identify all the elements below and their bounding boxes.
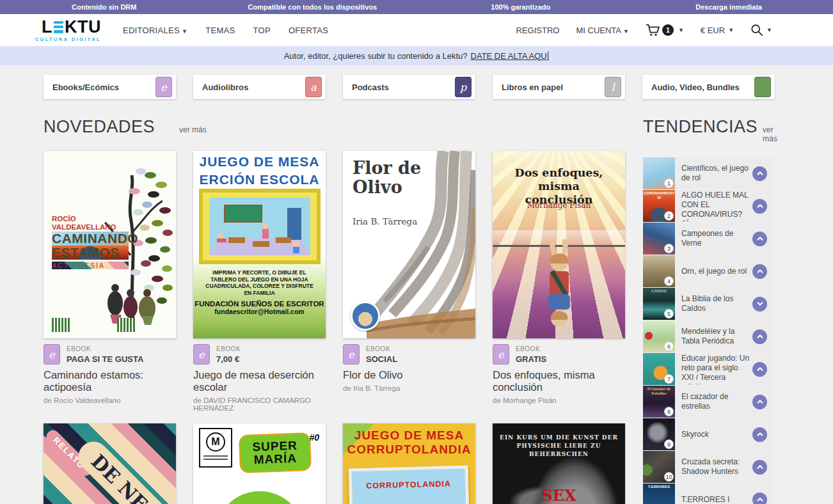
trend-item[interactable]: 9 Skyrock <box>643 418 773 450</box>
cover-author-text: Iria B. Tàrrega <box>353 216 417 226</box>
book-cover-flor-olivo[interactable]: Flor de Olivo Iria B. Tàrrega <box>343 151 475 338</box>
novedades-grid-row2: RELATO DE NEÓN OMERO M SUPER MARÍA #0 JU… <box>44 423 625 504</box>
book-cover-juego-mesa[interactable]: JUEGO DE MESA ERCIÓN ESCOLA <box>193 151 326 338</box>
nav-mi-cuenta[interactable]: MI CUENTA▼ <box>576 26 628 35</box>
cover-email-text: fundaescritor@Hotmail.com <box>193 308 326 315</box>
cover-title-text: ERCIÓN ESCOLA <box>193 172 326 187</box>
book-cover-sex-kurs[interactable]: EIN KURS UM DIE KUNST DER PHYSISCHE LIEB… <box>493 423 625 504</box>
trend-title: La Biblia de los Caídos <box>675 294 752 313</box>
chevron-down-icon: ▼ <box>766 27 772 33</box>
cart-button[interactable]: 1 ▼ <box>646 24 684 36</box>
trend-item[interactable]: CORONAVIRUS? SÍ2 ALGO HUELE MAL CON EL C… <box>643 190 773 222</box>
category-ebooks[interactable]: Ebooks/Ecómics e <box>44 75 176 99</box>
trend-down-icon <box>752 297 767 311</box>
category-podcasts[interactable]: Podcasts p <box>343 75 475 99</box>
nav-top[interactable]: TOP <box>253 26 271 35</box>
trend-up-icon <box>752 199 767 214</box>
category-libros-papel[interactable]: Libros en papel l <box>493 75 625 99</box>
novedades-ver-mas-link[interactable]: ver más <box>179 125 207 134</box>
cover-foundation-text: FUNDACIÓN SUEÑOS DE ESCRITOR <box>193 300 326 308</box>
trend-up-icon <box>752 166 767 181</box>
trend-up-icon <box>752 329 767 344</box>
cover-title-text: SEX <box>493 486 625 504</box>
book-cover-corruptolandia[interactable]: JUEGO DE MESA CORRUPTOLANDIA CORRUPTOLAN… <box>343 423 475 504</box>
lektu-logo[interactable]: L KTU CULTURA DIGITAL <box>35 19 101 42</box>
trend-item[interactable]: 10 Cruzada secreta: Shadow Hunters <box>643 451 773 483</box>
book-author: de DAVID FRANCISCO CAMARGO HERNÁDEZ <box>193 397 326 412</box>
book-title-link[interactable]: Dos enfoques, misma conclusión <box>493 369 625 393</box>
benefit-guarantee: 100% garantizado <box>416 3 625 11</box>
book-title-link[interactable]: Caminando estamos: actipoesía <box>44 369 176 393</box>
price-label: GRATIS <box>516 354 546 364</box>
trend-item[interactable]: 4 Orn, el juego de rol <box>643 255 773 287</box>
cover-author-text: Morhange Pisán <box>493 201 625 210</box>
trend-item[interactable]: T.ERRORES11 T.ERRORES I <box>643 484 773 504</box>
category-audiolibros[interactable]: Audiolibros a <box>193 75 326 99</box>
trend-cover-thumbnail: 10 <box>643 451 675 483</box>
trend-item[interactable]: 7 Educar jugando: Un reto para el siglo … <box>643 353 773 385</box>
logo-letter-l: L <box>42 19 52 36</box>
price-label: SOCIAL <box>366 354 397 364</box>
rank-badge: 6 <box>664 342 674 351</box>
primary-nav: EDITORIALES▼ TEMAS TOP OFERTAS <box>123 26 328 35</box>
novedades-title: NOVEDADES <box>44 117 155 137</box>
trend-title: Científicos, el juego de rol <box>675 164 752 183</box>
trend-title: T.ERRORES I <box>675 495 752 504</box>
tendencias-ver-mas-link[interactable]: ver más <box>763 125 777 143</box>
book-author: de Rocío Valdeavellano <box>44 397 176 404</box>
chevron-down-icon: ▼ <box>728 27 734 33</box>
banner-signup-link[interactable]: DATE DE ALTA AQUÍ <box>471 51 550 61</box>
publisher-logo: M <box>199 428 232 468</box>
book-cover-caminando[interactable]: ROCÍO VALDEAVELLANO CAMINANDO ESTAMOS AC… <box>44 151 176 338</box>
trend-cover-thumbnail: T.ERRORES11 <box>643 484 675 504</box>
book-author: de Morhange Pisán <box>493 397 625 404</box>
board-game-illustration: CORRUPTOLANDIA <box>348 466 470 504</box>
logo-tagline: CULTURA DIGITAL <box>35 36 101 42</box>
chevron-down-icon: ▼ <box>678 27 684 33</box>
rank-badge: 4 <box>664 276 674 286</box>
rank-badge: 1 <box>664 178 674 188</box>
podcast-badge-icon: p <box>455 77 472 97</box>
trend-cover-thumbnail: CAÍDOS5 <box>643 288 675 320</box>
top-benefits-bar: Contenido sin DRM Compatible con todos l… <box>0 0 833 14</box>
trend-cover-thumbnail: CORONAVIRUS? SÍ2 <box>643 190 675 222</box>
trend-up-icon <box>752 427 767 442</box>
rank-badge: 2 <box>664 211 674 221</box>
trend-item[interactable]: CAÍDOS5 La Biblia de los Caídos <box>643 288 773 320</box>
nav-ofertas[interactable]: OFERTAS <box>289 26 328 35</box>
trend-cover-thumbnail: 3 <box>643 223 675 255</box>
search-button[interactable]: ▼ <box>750 24 772 36</box>
trend-item[interactable]: 3 Campeones de Verne <box>643 223 773 255</box>
book-cover-super-maria[interactable]: M SUPER MARÍA #0 <box>193 423 326 504</box>
benefit-drm: Contenido sin DRM <box>0 3 209 11</box>
trend-up-icon <box>752 492 767 504</box>
logo-e-bars-icon <box>54 21 63 33</box>
category-bundles[interactable]: Audio, Video, Bundles <box>642 75 775 99</box>
cover-title-text: JUEGO DE MESA <box>193 154 326 169</box>
nav-temas[interactable]: TEMAS <box>205 26 235 35</box>
currency-selector[interactable]: € EUR▼ <box>701 26 734 35</box>
nav-registro[interactable]: REGISTRO <box>516 26 560 35</box>
trend-item[interactable]: El Cazador de Estrellas8 El cazador de e… <box>643 386 773 418</box>
chevron-down-icon: ▼ <box>623 28 629 35</box>
category-filter-row: Ebooks/Ecómics e Audiolibros a Podcasts … <box>0 75 833 99</box>
book-title-link[interactable]: Flor de Olivo <box>343 369 475 381</box>
trend-title: Skyrock <box>675 430 752 439</box>
trend-cover-thumbnail: 1 <box>643 157 675 189</box>
classroom-illustration <box>199 189 321 264</box>
trend-up-icon <box>752 460 767 475</box>
book-cover-neon[interactable]: RELATO DE NEÓN OMERO <box>44 423 176 504</box>
cover-title-text: CORRUPTOLANDIA <box>343 443 475 457</box>
bundle-badge-icon <box>754 77 771 97</box>
book-title-link[interactable]: Juego de mesa deserción escolar <box>193 369 326 393</box>
trend-title: ALGO HUELE MAL CON EL CORONAVIRUS? SÍ <box>675 191 752 221</box>
trend-title: Educar jugando: Un reto para el siglo XX… <box>675 354 752 384</box>
trend-item[interactable]: 6 Mendeléiev y la Tabla Periódica <box>643 320 773 352</box>
cover-instructions-text: IMPRIMA Y RECORTE, O DIBUJE EL TABLERO D… <box>205 269 314 296</box>
ebook-badge-icon: e <box>44 344 60 365</box>
trend-item[interactable]: 1 Científicos, el juego de rol <box>643 157 773 189</box>
book-cover-dos-enfoques[interactable]: Dos enfoques, misma conclusión Morhange … <box>493 151 625 338</box>
trend-up-icon <box>752 395 767 409</box>
book-card: ROCÍO VALDEAVELLANO CAMINANDO ESTAMOS AC… <box>44 151 176 412</box>
nav-editoriales[interactable]: EDITORIALES▼ <box>123 26 187 35</box>
